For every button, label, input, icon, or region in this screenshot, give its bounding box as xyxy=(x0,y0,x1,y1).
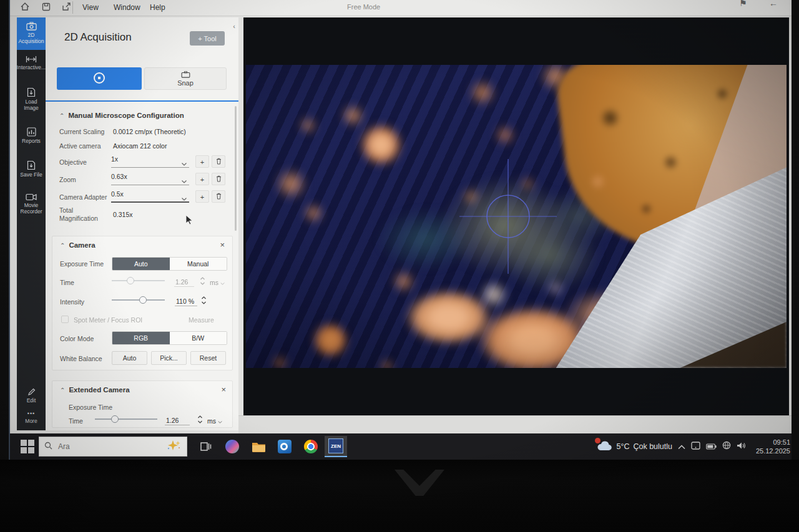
edit-button[interactable]: Edit xyxy=(17,385,46,407)
camera-adapter-dropdown[interactable]: 0.5x xyxy=(111,190,189,203)
tray-device-icon[interactable] xyxy=(691,441,700,452)
time-stepper[interactable] xyxy=(200,276,206,286)
objective-delete-button[interactable] xyxy=(212,155,225,168)
flag-icon[interactable]: ⚑ xyxy=(739,0,747,8)
active-camera-label: Active camera xyxy=(59,142,101,150)
taskbar-search[interactable] xyxy=(39,437,187,457)
export-icon[interactable] xyxy=(61,2,72,13)
sidebar-item-load-image[interactable]: Load Image xyxy=(17,83,46,117)
sidebar-item-interactive[interactable]: Interactive... xyxy=(17,51,46,76)
ext-time-value[interactable]: 1.26 xyxy=(165,417,190,425)
camera-adapter-add-button[interactable]: + xyxy=(195,190,209,203)
add-tool-button[interactable]: + Tool xyxy=(190,31,225,46)
extended-camera-section: ⌃Extended Camera × Exposure Time Time 1.… xyxy=(52,380,233,428)
sidebar-item-save-file[interactable]: Save File xyxy=(17,156,46,183)
more-button[interactable]: ••• More xyxy=(17,407,46,428)
save-icon[interactable] xyxy=(41,2,52,13)
objective-add-button[interactable]: + xyxy=(195,155,209,168)
movie-camera-icon xyxy=(26,193,37,201)
panel-divider xyxy=(46,100,238,102)
camera-close-icon[interactable]: × xyxy=(220,242,225,248)
ext-time-stepper[interactable] xyxy=(197,415,203,425)
task-view-button[interactable] xyxy=(195,436,217,457)
ext-exposure-label: Exposure Time xyxy=(69,404,112,411)
weather-widget[interactable]: 5°C Çok bulutlu xyxy=(596,440,672,453)
config-section-header[interactable]: ⌃Manual Microscope Configuration xyxy=(59,112,184,119)
spot-meter-label: Spot Meter / Focus ROI xyxy=(74,316,142,324)
time-value[interactable]: 1.26 xyxy=(174,278,194,287)
copilot-button[interactable] xyxy=(221,436,243,457)
sidebar-item-2d-acquisition[interactable]: 2D Acquisition xyxy=(17,17,46,50)
camera-adapter-delete-button[interactable] xyxy=(212,190,225,203)
ellipsis-icon: ••• xyxy=(27,410,35,417)
menu-view[interactable]: View xyxy=(77,0,104,16)
home-icon[interactable] xyxy=(20,2,31,13)
measure-button[interactable]: Measure xyxy=(189,316,214,324)
snap-button[interactable]: Snap xyxy=(144,67,227,90)
outlook-button[interactable] xyxy=(273,436,296,457)
panel-collapse-icon[interactable]: ‹ xyxy=(233,22,235,30)
clock-date: 25.12.2025 xyxy=(756,447,790,455)
intensity-label: Intensity xyxy=(60,298,84,306)
intensity-stepper[interactable] xyxy=(201,296,207,306)
color-mode-bw-button[interactable]: B/W xyxy=(170,332,227,344)
weather-cloud-icon xyxy=(596,440,612,453)
snap-label: Snap xyxy=(177,79,194,87)
dock-arrow-icon[interactable]: ← xyxy=(769,0,778,8)
tray-chevron-icon[interactable] xyxy=(678,441,685,452)
taskbar-tray: 5°C Çok bulutlu 09:51 25.12.2025 xyxy=(596,433,792,460)
start-button[interactable] xyxy=(19,438,36,455)
intensity-value[interactable]: 110 % xyxy=(175,297,197,306)
sidebar-item-movie-recorder[interactable]: Movie Recorder xyxy=(17,189,46,220)
live-button[interactable] xyxy=(57,67,142,90)
laptop-photo: View Window Help Free Mode ⚑ ← − 2D Acqu… xyxy=(0,0,799,532)
sidebar-item-label: Load Image xyxy=(17,99,45,112)
menu-help[interactable]: Help xyxy=(145,0,170,16)
file-explorer-button[interactable] xyxy=(247,436,270,457)
tray-volume-icon[interactable] xyxy=(737,441,746,452)
ext-time-slider[interactable] xyxy=(95,415,157,423)
wb-reset-button[interactable]: Reset xyxy=(190,351,226,365)
tray-battery-icon[interactable] xyxy=(706,441,717,452)
sidebar-item-reports[interactable]: Reports xyxy=(17,123,46,150)
exposure-mode-toggle: Auto Manual xyxy=(112,257,227,271)
wb-pick-button[interactable]: Pick... xyxy=(151,351,187,365)
color-mode-label: Color Mode xyxy=(60,335,94,342)
tray-network-icon[interactable] xyxy=(722,441,731,452)
panel-title: 2D Acquisition xyxy=(64,31,132,44)
zoom-dropdown[interactable]: 0.63x xyxy=(111,173,189,185)
image-viewport[interactable] xyxy=(243,17,789,415)
clock-widget[interactable]: 09:51 25.12.2025 xyxy=(752,438,790,456)
color-mode-rgb-button[interactable]: RGB xyxy=(112,332,170,344)
current-scaling-value: 0.0012 cm/px (Theoretic) xyxy=(113,128,186,135)
exposure-manual-button[interactable]: Manual xyxy=(170,258,227,270)
camera-section-header[interactable]: ⌃Camera xyxy=(60,241,96,249)
objective-dropdown[interactable]: 1x xyxy=(111,155,189,168)
zen-app-button[interactable]: ZEN xyxy=(325,436,347,457)
search-input[interactable] xyxy=(57,442,150,452)
sidebar-item-label: Reports xyxy=(22,138,41,145)
taskbar: ZEN 5°C Çok bulutlu 09:51 25.12. xyxy=(10,433,792,460)
status-strip xyxy=(238,415,792,433)
menu-window[interactable]: Window xyxy=(109,0,145,16)
time-slider[interactable] xyxy=(112,276,165,285)
camera-section: ⌃Camera × Exposure Time Auto Manual Time… xyxy=(52,236,233,370)
time-unit-dropdown[interactable]: ms xyxy=(210,279,225,286)
spot-meter-checkbox[interactable] xyxy=(61,316,69,323)
wb-auto-button[interactable]: Auto xyxy=(112,351,147,365)
exposure-auto-button[interactable]: Auto xyxy=(112,258,170,270)
intensity-slider[interactable] xyxy=(112,296,165,304)
report-chart-icon xyxy=(27,127,36,137)
live-image[interactable] xyxy=(246,65,787,368)
panel-scrollbar[interactable] xyxy=(235,106,237,231)
extended-camera-close-icon[interactable]: × xyxy=(221,387,226,393)
total-magnification-value: 0.315x xyxy=(113,211,133,218)
zoom-delete-button[interactable] xyxy=(212,173,225,185)
chrome-button[interactable] xyxy=(300,436,322,457)
zoom-add-button[interactable]: + xyxy=(195,173,209,185)
white-balance-label: White Balance xyxy=(60,355,102,362)
extended-camera-header[interactable]: ⌃Extended Camera xyxy=(60,386,130,394)
ext-time-unit-dropdown[interactable]: ms xyxy=(207,417,222,425)
live-stop-icon xyxy=(94,72,105,84)
copilot-icon xyxy=(225,440,239,453)
